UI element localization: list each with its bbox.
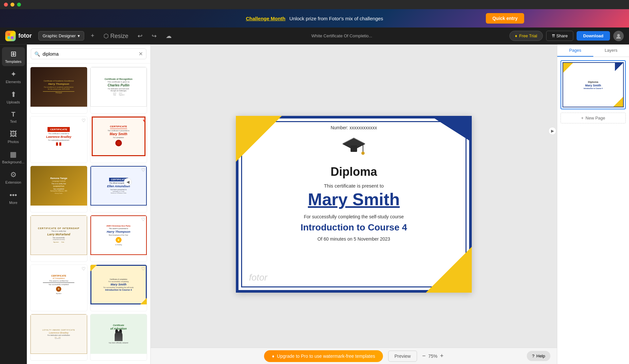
promo-banner: Challenge Month Unlock prize from Fotor'… [0,9,629,27]
template-card-6[interactable]: CERTIFICATE The official recognition of … [90,166,147,212]
toolbar: fotor Graphic Designer ▾ + ⬡ Resize ↩ ↪ … [0,27,629,45]
elements-label: Elements [6,80,21,84]
zoom-controls: − 75% + [422,353,444,359]
fotor-logo-text: fotor [18,32,32,39]
right-scroll-arrow[interactable]: ▶ [548,127,556,135]
template-8-favorite[interactable]: ♡ [141,217,145,222]
svg-rect-3 [11,36,13,39]
cert-top-left-corner [236,116,282,162]
template-card-12[interactable]: Certificate of Adoption has been officia… [90,314,147,361]
cert-recipient-name[interactable]: Mary Smith [308,190,400,209]
diamond-icon: ♦ [272,354,274,359]
sidebar-item-background[interactable]: ▦ Background... [2,148,25,167]
new-page-label: New Page [585,116,605,120]
template-6-favorite[interactable]: ♡ [141,167,145,173]
cert-duration[interactable]: Of 60 minutes on 5 November 2023 [317,236,390,242]
template-card-3[interactable]: CERTIFICATE This certificate is awarded … [30,116,87,163]
svg-rect-2 [8,36,10,39]
template-10-favorite[interactable]: ♡ [141,266,145,271]
free-trial-label: Free Trial [519,33,537,38]
template-card-10[interactable]: Certificate of completion For successful… [90,264,147,311]
banner-description: Unlock prize from Fotor's mix of challen… [289,16,383,21]
cert-diploma-text[interactable]: Diploma [331,165,377,179]
uploads-label: Uploads [7,100,20,104]
cert-course-name[interactable]: Introduction to Course 4 [300,222,407,233]
zoom-level: 75% [428,354,437,359]
add-page-button[interactable]: + [88,31,97,41]
graphic-designer-button[interactable]: Graphic Designer ▾ [38,31,84,41]
zoom-out-button[interactable]: − [422,353,426,359]
more-icon: ••• [10,191,17,199]
sidebar-item-extension[interactable]: ⚙ Extension [2,168,25,187]
tab-pages[interactable]: Pages [557,45,593,57]
pages-area: Diploma Mary Smith Introduction to Cours… [557,57,629,364]
template-9-favorite[interactable]: ♡ [82,266,86,271]
avatar[interactable] [613,31,624,41]
new-page-button[interactable]: + New Page [561,113,626,123]
sidebar-item-photos[interactable]: 🖼 Photos [2,127,25,146]
redo-button[interactable]: ↪ [149,31,159,41]
svg-rect-9 [351,145,357,152]
sidebar-item-templates[interactable]: ⊞ Templates [2,47,25,66]
cert-completing-text[interactable]: For successfully completing the self-stu… [304,214,404,219]
title-bar [0,0,629,9]
main-layout: ⊞ Templates ✦ Elements ⬆ Uploads T Text … [0,45,629,364]
undo-button[interactable]: ↩ [135,31,145,41]
minimize-button[interactable] [10,3,14,7]
sidebar-item-text[interactable]: T Text [2,108,25,126]
certificate-canvas[interactable]: Number: xxxxxxxxxxxx Diploma This ce [236,116,472,293]
resize-button[interactable]: ⬡ Resize [101,31,131,41]
maximize-button[interactable] [17,3,21,7]
template-card-5[interactable]: Ramona Tamga Language Institute This is … [30,166,87,212]
template-card-2[interactable]: Certificate of Recognition This certific… [90,67,147,114]
background-label: Background... [2,160,25,164]
help-label: Help [536,354,545,358]
help-button[interactable]: ? Help [527,351,550,361]
background-icon: ▦ [10,150,17,159]
elements-icon: ✦ [10,70,16,79]
page-thumbnail-1[interactable]: Diploma Mary Smith Introduction to Cours… [561,60,626,109]
sidebar-item-more[interactable]: ••• More [2,188,25,207]
template-card-4[interactable]: CERTIFICATE This certificate is presente… [90,116,147,163]
free-trial-button[interactable]: ♦ Free Trial [509,31,543,41]
tab-layers[interactable]: Layers [593,45,629,57]
cert-watermark: fotor [249,272,267,283]
template-card-9[interactable]: CERTIFICATE of Completion This award is … [30,264,87,311]
quick-entry-button[interactable]: Quick entry [486,13,524,24]
search-input[interactable] [43,51,136,57]
cert-present-to[interactable]: This certificate is present to [324,183,384,189]
page-thumb-content-1: Diploma Mary Smith Introduction to Cours… [561,61,625,109]
search-clear-button[interactable]: ✕ [139,51,143,57]
template-card-8[interactable]: 2020 Christmas Eve Party This award is p… [90,215,147,262]
cert-bottom-right-corner [426,247,472,293]
template-3-favorite[interactable]: ♡ [82,118,86,123]
template-card-7[interactable]: CERTIFICATE OF INTERNSHIP This is to cer… [30,215,87,262]
template-card-11[interactable]: LOYALTY AWARD CERTIFICATE Lawrence Bradl… [30,314,87,361]
preview-button[interactable]: Preview [388,351,417,362]
collapse-panel-button[interactable]: ◀ [124,178,132,186]
cert-number[interactable]: Number: xxxxxxxxxxxx [331,125,377,130]
share-button[interactable]: ⇈ Share [546,31,573,41]
canvas-area[interactable]: Number: xxxxxxxxxxxx Diploma This ce [151,45,557,364]
more-label: More [9,201,17,205]
dropdown-arrow-icon: ▾ [78,33,80,38]
template-4-favorite[interactable]: ♥ [143,118,145,123]
sidebar-item-uploads[interactable]: ⬆ Uploads [2,88,25,107]
close-button[interactable] [4,3,8,7]
upgrade-pro-button[interactable]: ♦ Upgrade to Pro to use watermark-free t… [264,350,383,362]
logo-area: fotor [5,31,32,41]
template-panel: 🔍 ✕ Certificate of Academic Excellence H… [27,45,151,364]
photos-label: Photos [8,140,19,144]
cloud-save-button[interactable]: ☁ [163,31,174,41]
designer-label: Graphic Designer [43,33,76,38]
zoom-in-button[interactable]: + [440,353,444,359]
challenge-month-link[interactable]: Challenge Month [246,16,285,21]
template-card-1[interactable]: Certificate of Academic Excellence Harry… [30,67,87,114]
crown-icon: ♦ [515,33,517,38]
right-panel: Pages Layers Diploma Mary Smith [557,45,629,364]
cert-graduation-cap-icon [341,136,367,163]
sidebar-item-elements[interactable]: ✦ Elements [2,67,25,86]
extension-label: Extension [5,180,21,184]
download-button[interactable]: Download [577,31,610,41]
resize-icon: ⬡ [104,33,109,39]
